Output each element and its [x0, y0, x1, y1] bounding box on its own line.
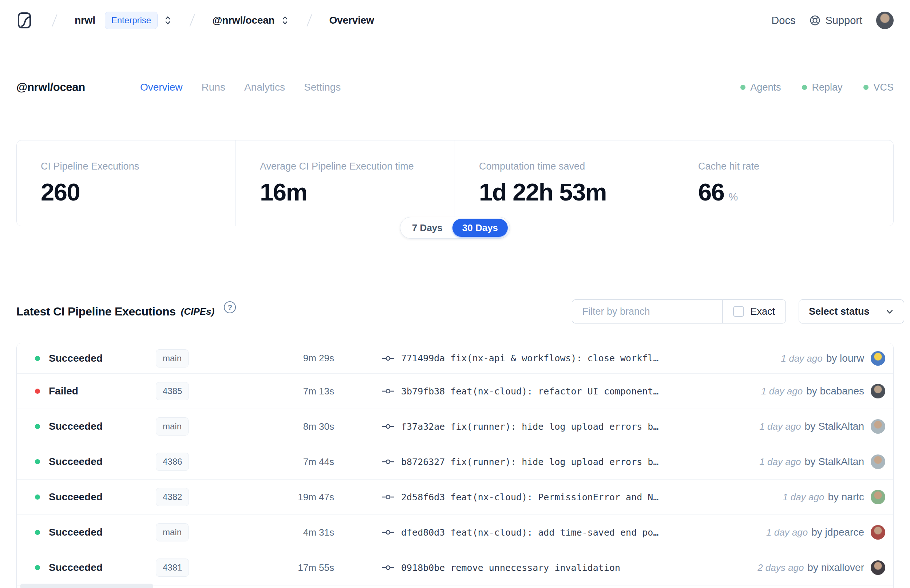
run-duration: 8m 30s: [276, 421, 334, 432]
support-label: Support: [825, 15, 862, 27]
branch-filter-group: Exact: [572, 299, 786, 323]
header-divider: [126, 78, 126, 97]
run-status-label: Succeeded: [49, 421, 103, 432]
run-time-ago: 1 day ago: [759, 421, 801, 432]
cipe-table-row[interactable]: Succeeded 4382 19m 47s 2d58f6d3 feat(nx-…: [17, 480, 893, 515]
author-avatar[interactable]: [871, 490, 885, 504]
exact-match-toggle[interactable]: Exact: [722, 300, 786, 323]
status-dot-icon: [863, 85, 868, 90]
date-range-option[interactable]: 7 Days: [402, 219, 453, 237]
org-switcher-chevrons-icon[interactable]: [163, 15, 172, 26]
run-time-ago: 1 day ago: [761, 386, 803, 397]
breadcrumb: nrwl Enterprise @nrwl/ocean Overview: [16, 11, 374, 29]
author-avatar[interactable]: [871, 384, 885, 399]
run-status-dot-icon: [35, 494, 40, 499]
git-commit-icon: [381, 354, 394, 363]
commit-message: dfed80d3 feat(nx-cloud): add time-saved …: [401, 527, 658, 538]
run-status-label: Succeeded: [49, 352, 103, 364]
breadcrumb-page: Overview: [330, 15, 374, 26]
nx-cloud-logo[interactable]: [16, 11, 35, 29]
stat-card-value: 1d 22h 53m: [479, 178, 606, 206]
workspace-tab[interactable]: Runs: [202, 81, 225, 93]
run-status-label: Failed: [49, 385, 78, 397]
run-author: by bcabanes: [806, 385, 864, 397]
exact-checkbox[interactable]: [733, 306, 744, 317]
run-duration: 7m 13s: [276, 386, 334, 397]
service-status-label: Replay: [812, 82, 842, 93]
workspace-header: @nrwl/ocean Overview Runs Analytics Sett…: [16, 76, 894, 99]
stat-card: CI Pipeline Executions 260: [17, 141, 236, 226]
cipe-table-row[interactable]: Succeeded 4381 17m 55s 0918b0be remove u…: [17, 550, 893, 585]
cipe-table-row[interactable]: Succeeded main 4m 31s dfed80d3 feat(nx-c…: [17, 515, 893, 550]
horizontal-scrollbar-thumb[interactable]: [20, 584, 153, 588]
git-commit-icon: [381, 563, 394, 572]
service-status-label: Agents: [750, 82, 781, 93]
date-range-toggle: 7 Days 30 Days: [400, 217, 510, 239]
status-dot-icon: [802, 85, 807, 90]
run-duration: 19m 47s: [276, 491, 334, 503]
workspace-tab[interactable]: Settings: [304, 81, 341, 93]
user-avatar[interactable]: [876, 11, 894, 29]
workspace-tabs: Overview Runs Analytics Settings: [140, 81, 341, 93]
author-avatar[interactable]: [871, 561, 885, 575]
cipe-table-row[interactable]: Succeeded 4386 7m 44s b8726327 fix(runne…: [17, 444, 893, 480]
run-author: by StalkAltan: [805, 421, 864, 432]
branch-badge: 4385: [156, 382, 189, 400]
run-status-label: Succeeded: [49, 491, 103, 503]
stat-card-label: CI Pipeline Executions: [41, 161, 228, 172]
breadcrumb-separator: [189, 14, 195, 27]
workspace-switcher-chevrons-icon[interactable]: [281, 15, 289, 26]
author-avatar[interactable]: [871, 525, 885, 540]
header-divider: [698, 78, 698, 97]
top-navigation-bar: nrwl Enterprise @nrwl/ocean Overview Doc…: [0, 0, 910, 41]
cipe-table-row[interactable]: Failed 4385 7m 13s 3b79fb38 feat(nx-clou…: [17, 374, 893, 409]
run-author: by nixallover: [807, 562, 864, 573]
stat-card-label: Average CI Pipeline Execution time: [260, 161, 447, 172]
run-author: by lourw: [826, 352, 864, 364]
run-time-ago: 1 day ago: [766, 527, 808, 538]
branch-filter-input[interactable]: [572, 300, 722, 323]
stat-card-label: Computation time saved: [479, 161, 666, 172]
stat-card-value: 260: [41, 178, 80, 206]
branch-badge: main: [156, 349, 189, 367]
run-status-dot-icon: [35, 356, 40, 361]
stats-card-row: CI Pipeline Executions 260 Average CI Pi…: [16, 140, 894, 226]
stat-card-value: 66: [698, 178, 724, 206]
branch-badge: 4381: [156, 559, 189, 577]
cipe-section-header: Latest CI Pipeline Executions (CIPEs) ? …: [16, 299, 904, 324]
stat-card-label: Cache hit rate: [698, 161, 886, 172]
status-select-label: Select status: [809, 306, 870, 317]
cipe-section-subtitle: (CIPEs): [181, 306, 214, 317]
cipe-table-row[interactable]: Succeeded main 8m 30s f37a32ae fix(runne…: [17, 409, 893, 444]
breadcrumb-separator: [307, 14, 312, 27]
branch-badge: 4386: [156, 452, 189, 471]
run-status-dot-icon: [35, 459, 40, 464]
author-avatar[interactable]: [871, 419, 885, 434]
author-avatar[interactable]: [871, 351, 885, 366]
breadcrumb-org[interactable]: nrwl: [74, 15, 95, 26]
docs-link[interactable]: Docs: [771, 15, 795, 27]
run-author: by nartc: [828, 491, 864, 503]
help-icon[interactable]: ?: [224, 301, 236, 313]
service-status: Agents: [740, 82, 781, 93]
breadcrumb-workspace[interactable]: @nrwl/ocean: [212, 15, 275, 26]
commit-message: b8726327 fix(runner): hide log upload er…: [401, 457, 658, 467]
run-duration: 9m 29s: [276, 352, 334, 364]
life-buoy-icon: [809, 15, 821, 26]
status-select-dropdown[interactable]: Select status: [798, 299, 904, 323]
cipe-table-row[interactable]: Succeeded main 9m 29s 771499da fix(nx-ap…: [17, 343, 893, 374]
workspace-tab[interactable]: Analytics: [244, 81, 285, 93]
date-range-option[interactable]: 30 Days: [453, 219, 508, 237]
support-link[interactable]: Support: [809, 15, 862, 27]
run-status-label: Succeeded: [49, 562, 103, 573]
workspace-tab[interactable]: Overview: [140, 81, 183, 93]
branch-badge: 4382: [156, 488, 189, 506]
branch-badge: main: [156, 417, 189, 436]
commit-message: 3b79fb38 feat(nx-cloud): refactor UI com…: [401, 386, 658, 397]
exact-label: Exact: [750, 306, 775, 317]
author-avatar[interactable]: [871, 454, 885, 469]
run-time-ago: 1 day ago: [781, 353, 823, 364]
service-status-label: VCS: [873, 82, 894, 93]
breadcrumb-separator: [52, 14, 57, 27]
run-time-ago: 2 days ago: [758, 562, 804, 573]
